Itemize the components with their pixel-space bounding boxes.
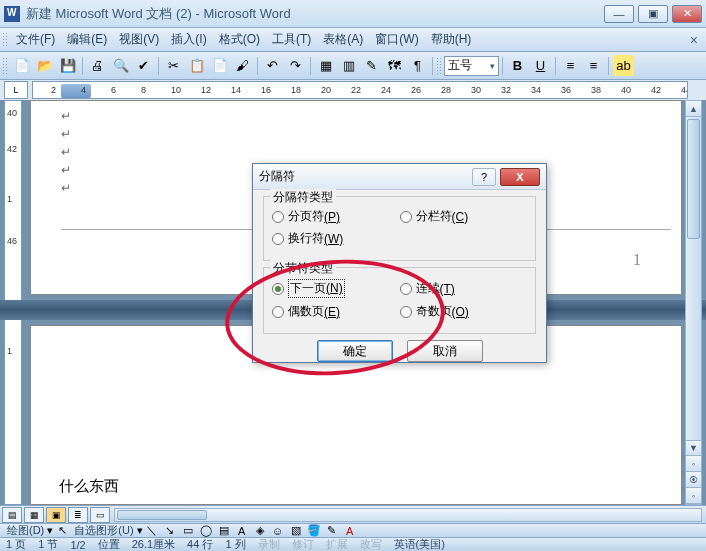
print-view-icon[interactable]: ▣ (46, 507, 66, 523)
save-icon[interactable]: 💾 (57, 55, 78, 76)
showmark-icon[interactable]: ¶ (407, 55, 428, 76)
separator (82, 57, 83, 75)
highlight-icon[interactable]: ab (613, 55, 634, 76)
menu-view[interactable]: 视图(V) (113, 29, 165, 50)
horizontal-scrollbar[interactable] (114, 508, 702, 522)
fill-color-icon[interactable]: 🪣 (306, 525, 322, 537)
reading-view-icon[interactable]: ▭ (90, 507, 110, 523)
radio-text-wrap[interactable]: 换行符(W) (272, 230, 400, 247)
paragraph-mark-icon: ↵ (61, 181, 71, 195)
ruler-tick: 10 (171, 85, 181, 95)
format-painter-icon[interactable]: 🖌 (232, 55, 253, 76)
textbox-icon[interactable]: ▤ (216, 525, 232, 537)
horizontal-ruler[interactable]: 2468101214161820222426283032343638404244 (32, 81, 688, 99)
picture-icon[interactable]: ▧ (288, 525, 304, 537)
status-record[interactable]: 录制 (258, 537, 280, 551)
cut-icon[interactable]: ✂ (163, 55, 184, 76)
ruler-tick: 32 (501, 85, 511, 95)
standard-toolbar: 📄 📂 💾 🖨 🔍 ✔ ✂ 📋 📄 🖌 ↶ ↷ ▦ ▥ ✎ 🗺 ¶ 五号 B U… (0, 52, 706, 80)
print-icon[interactable]: 🖨 (87, 55, 108, 76)
menu-insert[interactable]: 插入(I) (165, 29, 212, 50)
menu-help[interactable]: 帮助(H) (425, 29, 478, 50)
ruler-tick: 30 (471, 85, 481, 95)
align-left-icon[interactable]: ≡ (560, 55, 581, 76)
spell-icon[interactable]: ✔ (133, 55, 154, 76)
new-icon[interactable]: 📄 (11, 55, 32, 76)
status-overwrite[interactable]: 改写 (360, 537, 382, 551)
select-icon[interactable]: ↖ (54, 525, 70, 537)
ruler-tick: 8 (141, 85, 146, 95)
minimize-button[interactable]: — (604, 5, 634, 23)
ruler-tick: 18 (291, 85, 301, 95)
dialog-close-button[interactable]: X (500, 168, 540, 186)
menu-format[interactable]: 格式(O) (213, 29, 266, 50)
maximize-button[interactable]: ▣ (638, 5, 668, 23)
tab-selector[interactable]: L (4, 81, 28, 99)
radio-next-page[interactable]: 下一页(N) (272, 279, 400, 298)
columns-icon[interactable]: ▥ (338, 55, 359, 76)
prev-page-icon[interactable]: ◦ (686, 456, 701, 472)
normal-view-icon[interactable]: ▤ (2, 507, 22, 523)
font-size-dropdown[interactable]: 五号 (444, 56, 499, 76)
preview-icon[interactable]: 🔍 (110, 55, 131, 76)
grip-icon (436, 57, 442, 75)
oval-icon[interactable]: ◯ (198, 525, 214, 537)
radio-even-page[interactable]: 偶数页(E) (272, 303, 400, 320)
copy-icon[interactable]: 📋 (186, 55, 207, 76)
browse-object-icon[interactable]: ⦿ (686, 472, 701, 488)
wordart-icon[interactable]: A (234, 525, 250, 537)
scroll-down-icon[interactable]: ▼ (686, 440, 701, 456)
drawing-icon[interactable]: ✎ (361, 55, 382, 76)
radio-odd-page[interactable]: 奇数页(O) (400, 303, 528, 320)
menu-tools[interactable]: 工具(T) (266, 29, 317, 50)
menu-edit[interactable]: 编辑(E) (61, 29, 113, 50)
rect-icon[interactable]: ▭ (180, 525, 196, 537)
paragraph-mark-icon: ↵ (61, 109, 71, 123)
line-icon[interactable]: ＼ (144, 525, 160, 537)
menu-window[interactable]: 窗口(W) (369, 29, 424, 50)
menu-table[interactable]: 表格(A) (317, 29, 369, 50)
close-button[interactable]: ✕ (672, 5, 702, 23)
separator (502, 57, 503, 75)
scroll-thumb[interactable] (117, 510, 207, 520)
font-color-icon[interactable]: A (342, 525, 358, 537)
scroll-thumb[interactable] (687, 119, 700, 239)
menu-file[interactable]: 文件(F) (10, 29, 61, 50)
autoshapes-menu[interactable]: 自选图形(U) (71, 523, 136, 538)
cancel-button[interactable]: 取消 (407, 340, 483, 362)
bold-button[interactable]: B (507, 55, 528, 76)
table-icon[interactable]: ▦ (315, 55, 336, 76)
dialog-titlebar[interactable]: 分隔符 ? X (253, 164, 546, 190)
arrow-icon[interactable]: ↘ (162, 525, 178, 537)
status-extend[interactable]: 扩展 (326, 537, 348, 551)
line-color-icon[interactable]: ✎ (324, 525, 340, 537)
diagram-icon[interactable]: ◈ (252, 525, 268, 537)
group-label: 分节符类型 (270, 260, 336, 277)
status-revision[interactable]: 修订 (292, 537, 314, 551)
docmap-icon[interactable]: 🗺 (384, 55, 405, 76)
status-section: 1 节 (38, 537, 58, 551)
paste-icon[interactable]: 📄 (209, 55, 230, 76)
ruler-tick: 12 (201, 85, 211, 95)
radio-continuous[interactable]: 连续(T) (400, 279, 528, 298)
draw-menu[interactable]: 绘图(D) (4, 523, 47, 538)
open-icon[interactable]: 📂 (34, 55, 55, 76)
vertical-scrollbar[interactable]: ▲ ▼ ◦ ⦿ ◦ (685, 100, 702, 505)
outline-view-icon[interactable]: ≣ (68, 507, 88, 523)
radio-column-break[interactable]: 分栏符(C) (400, 208, 528, 225)
next-page-icon[interactable]: ◦ (686, 488, 701, 504)
radio-page-break[interactable]: 分页符(P) (272, 208, 400, 225)
ok-button[interactable]: 确定 (317, 340, 393, 362)
doc-close-icon[interactable]: × (690, 32, 704, 48)
clipart-icon[interactable]: ☺ (270, 525, 286, 537)
underline-button[interactable]: U (530, 55, 551, 76)
align-center-icon[interactable]: ≡ (583, 55, 604, 76)
scroll-up-icon[interactable]: ▲ (686, 101, 701, 117)
web-view-icon[interactable]: ▦ (24, 507, 44, 523)
undo-icon[interactable]: ↶ (262, 55, 283, 76)
ruler-tick: 44 (681, 85, 688, 95)
redo-icon[interactable]: ↷ (285, 55, 306, 76)
dialog-help-button[interactable]: ? (472, 168, 496, 186)
separator (432, 57, 433, 75)
status-language[interactable]: 英语(美国) (394, 537, 445, 551)
